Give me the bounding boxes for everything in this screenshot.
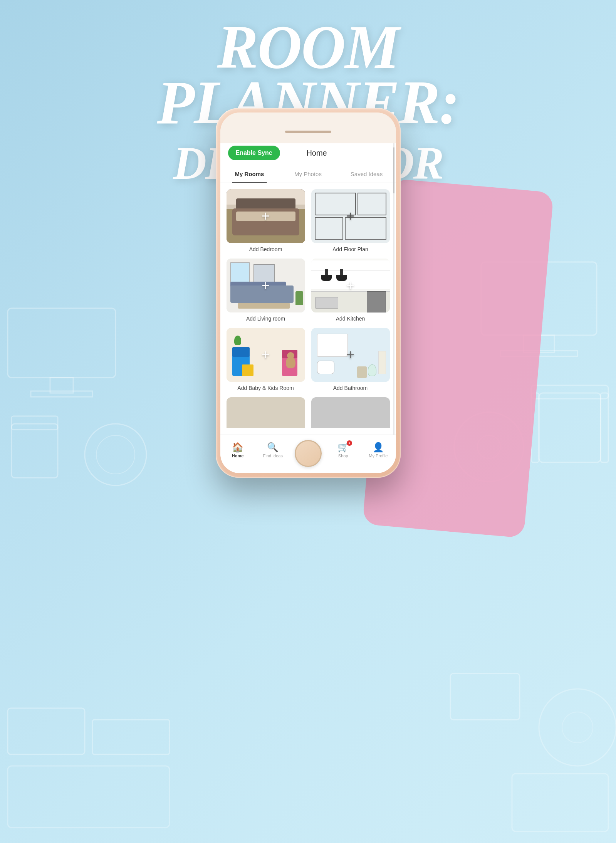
svg-rect-18 (8, 766, 170, 828)
app-screen: Enable Sync Home My Rooms My Photos Save… (220, 139, 396, 473)
svg-point-6 (96, 435, 135, 474)
scrollbar[interactable] (393, 183, 394, 447)
nav-item-home[interactable]: 🏠 Home (220, 443, 255, 458)
find-ideas-icon: 🔍 (267, 443, 279, 452)
svg-rect-12 (601, 393, 608, 462)
nav-item-find-ideas[interactable]: 🔍 Find Ideas (255, 443, 290, 458)
home-icon: 🏠 (232, 443, 243, 452)
nav-label-home: Home (232, 453, 244, 458)
phone-body: Enable Sync Home My Rooms My Photos Save… (216, 108, 401, 478)
room-image-living-room: + (227, 259, 305, 312)
kt-sink (315, 297, 338, 309)
tab-my-photos[interactable]: My Photos (279, 165, 337, 183)
tab-my-rooms[interactable]: My Rooms (220, 165, 279, 183)
fp-room3 (315, 217, 343, 240)
room-image-baby-kids: + (227, 328, 305, 382)
add-kitchen-plus-icon: + (346, 277, 354, 294)
add-floor-plan-plus-icon: + (346, 208, 354, 224)
phone-device: Enable Sync Home My Rooms My Photos Save… (216, 108, 401, 478)
kids-bear (286, 357, 295, 368)
bt-plant (368, 364, 376, 376)
room-image-bedroom: + (227, 189, 305, 243)
nav-label-shop: Shop (338, 453, 348, 458)
svg-rect-4 (12, 416, 58, 430)
tab-saved-ideas[interactable]: Saved Ideas (337, 165, 396, 183)
nav-item-shop[interactable]: 🛒 Shop (326, 443, 361, 458)
enable-sync-button[interactable]: Enable Sync (228, 146, 280, 160)
room-item-bedroom[interactable]: + Add Bedroom (227, 189, 305, 252)
svg-rect-3 (12, 424, 58, 478)
phone-inner: Enable Sync Home My Rooms My Photos Save… (220, 113, 396, 473)
app-home-title: Home (306, 149, 327, 158)
kids-plant (234, 336, 241, 345)
add-living-room-plus-icon: + (262, 277, 270, 294)
add-bedroom-plus-icon: + (262, 208, 270, 224)
svg-rect-0 (8, 308, 116, 378)
bt-basket (357, 366, 367, 378)
svg-rect-13 (531, 385, 608, 399)
svg-rect-22 (512, 774, 608, 831)
kt-lamp2 (340, 269, 343, 281)
phone-top-bar (220, 113, 396, 143)
tabs-bar: My Rooms My Photos Saved Ideas (220, 165, 396, 183)
svg-point-5 (85, 424, 146, 485)
lr-table (238, 303, 290, 309)
add-bathroom-plus-icon: + (346, 347, 354, 363)
room-item-floor-plan[interactable]: + Add Floor Plan (311, 189, 390, 252)
bt-sink-small (317, 361, 334, 374)
room-item-bathroom[interactable]: + Add Bathroom (311, 328, 390, 391)
shop-icon: 🛒 (337, 443, 349, 452)
rooms-grid: + Add Bedroom (227, 189, 390, 428)
svg-rect-2 (31, 391, 92, 397)
room-item-living-room[interactable]: + Add Living room (227, 259, 305, 322)
room-label-bathroom: Add Bathroom (333, 385, 368, 391)
content-area: + Add Bedroom (220, 183, 396, 447)
room-label-baby-kids: Add Baby & Kids Room (237, 385, 294, 391)
room-item-kitchen[interactable]: + Add Kitchen (311, 259, 390, 322)
nav-label-find-ideas: Find Ideas (263, 453, 283, 458)
room-image-bathroom: + (311, 328, 390, 382)
svg-rect-10 (539, 393, 601, 462)
room-image-kitchen: + (311, 259, 390, 312)
svg-rect-16 (8, 708, 85, 754)
bt-towel (378, 351, 386, 374)
room-item-partial-2[interactable] (311, 397, 390, 428)
app-header: Enable Sync Home (220, 139, 396, 165)
kt-cabinet-top (311, 260, 390, 271)
svg-rect-19 (450, 673, 520, 720)
fp-room2 (358, 193, 386, 215)
svg-point-20 (539, 689, 616, 766)
add-baby-kids-plus-icon: + (262, 347, 270, 363)
room-item-partial-1[interactable] (227, 397, 305, 428)
room-image-partial-1 (227, 397, 305, 428)
room-label-kitchen: Add Kitchen (336, 316, 365, 322)
nav-item-my-profile[interactable]: 👤 My Profile (361, 443, 396, 458)
svg-rect-17 (92, 720, 170, 754)
lr-plant (295, 291, 303, 305)
scrollbar-thumb[interactable] (393, 183, 394, 193)
svg-point-21 (562, 712, 593, 743)
room-label-living-room: Add Living room (246, 316, 285, 322)
room-label-bedroom: Add Bedroom (249, 246, 282, 252)
room-item-baby-kids[interactable]: + Add Baby & Kids Room (227, 328, 305, 391)
room-image-partial-2 (311, 397, 390, 428)
phone-speaker (285, 131, 331, 133)
room-label-floor-plan: Add Floor Plan (332, 246, 368, 252)
room-image-floor-plan: + (311, 189, 390, 243)
kids-stool (242, 364, 253, 376)
kt-appliance (367, 291, 386, 312)
nav-label-my-profile: My Profile (369, 453, 388, 458)
phone-home-button[interactable] (295, 440, 322, 467)
my-profile-icon: 👤 (373, 443, 384, 452)
kt-lamp1 (325, 269, 328, 281)
bt-cabinet (317, 334, 348, 357)
